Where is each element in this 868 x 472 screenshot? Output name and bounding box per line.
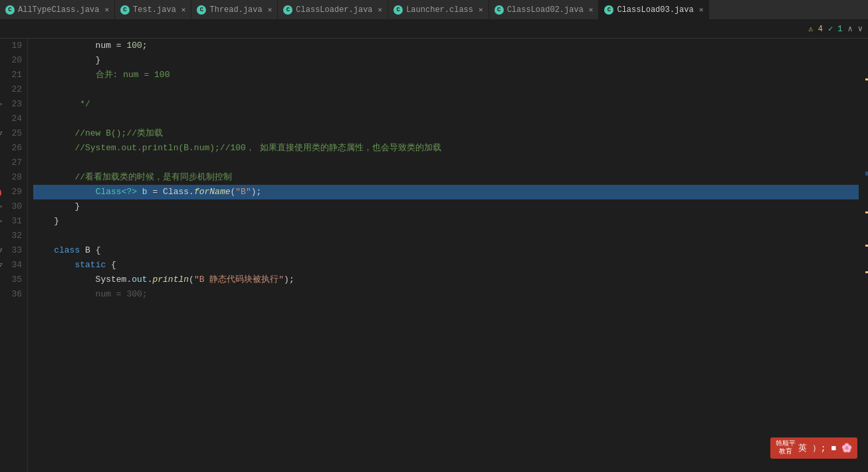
- code-line-29: Class<?> b = Class.forName("B");: [33, 185, 859, 199]
- watermark-badge: 韩顺平 教育 英 ）; ■ 🌸: [770, 437, 857, 459]
- tab-label-thread: Thread.java: [209, 5, 262, 15]
- tab-close-launcher[interactable]: ✕: [479, 5, 483, 14]
- tab-icon-test: C: [120, 5, 130, 15]
- gutter-line-27: 27: [5, 156, 22, 170]
- code-line-21: 合并: num = 100: [33, 68, 859, 82]
- code-line-22: [33, 82, 859, 97]
- scrollbar-track[interactable]: [859, 39, 868, 472]
- tab-thread[interactable]: C Thread.java ✕: [191, 0, 278, 20]
- tab-classload03[interactable]: C ClassLoad03.java ✕: [599, 0, 709, 20]
- tab-label-classloader: ClassLoader.java: [296, 5, 372, 15]
- code-line-33: class B {: [33, 243, 859, 258]
- watermark-text: 韩顺平 教育: [776, 440, 796, 456]
- tab-launcher[interactable]: C Launcher.class ✕: [388, 0, 488, 20]
- tab-close-thread[interactable]: ✕: [268, 5, 272, 14]
- tab-label-test: Test.java: [133, 5, 176, 15]
- code-line-35: System.out.println("B 静态代码块被执行");: [33, 273, 859, 287]
- tab-classload02[interactable]: C ClassLoad02.java ✕: [489, 0, 599, 20]
- toolbar: ⚠ 4 ✓ 1 ∧ ∨: [0, 20, 868, 39]
- tab-label-launcher: Launcher.class: [406, 5, 473, 15]
- tab-close-classloader[interactable]: ✕: [378, 5, 383, 14]
- gutter-line-21: 21: [5, 68, 22, 82]
- tab-close-test[interactable]: ✕: [181, 5, 186, 14]
- watermark-name: 韩顺平: [776, 440, 796, 448]
- scrollbar-marker-warning3: [865, 245, 868, 247]
- code-lines: num = 100; } 合并: num = 100 */: [28, 39, 859, 302]
- nav-up-button[interactable]: ∧: [848, 24, 853, 34]
- scrollbar-marker-warning2: [865, 211, 868, 213]
- code-line-27: [33, 156, 859, 170]
- scrollbar-marker-current: [865, 172, 868, 176]
- gutter-line-20: 20: [5, 53, 22, 68]
- tab-label-alltypeclass: AllTypeClass.java: [18, 5, 99, 15]
- gutter-line-25: ▽ 25: [5, 126, 22, 141]
- scrollbar-marker-warning4: [865, 271, 868, 273]
- gutter-line-19: 19: [5, 39, 22, 53]
- code-line-26: //System.out.println(B.num);//100， 如果直接使…: [33, 141, 859, 156]
- editor-container: 19 20 21 22 ▷ 23 24 ▽ 25 26 27 28 🍎 29 ▷…: [0, 39, 868, 472]
- tab-close-alltypeclass[interactable]: ✕: [104, 5, 109, 14]
- tab-test[interactable]: C Test.java ✕: [115, 0, 191, 20]
- warning-badge[interactable]: ⚠ 4: [808, 24, 823, 34]
- gutter-line-22: 22: [5, 82, 22, 97]
- code-line-34: static {: [33, 258, 859, 273]
- tab-bar: C AllTypeClass.java ✕ C Test.java ✕ C Th…: [0, 0, 868, 20]
- gutter-line-28: 28: [5, 170, 22, 185]
- code-line-25: //new B();//类加载: [33, 126, 859, 141]
- tab-icon-thread: C: [197, 5, 206, 15]
- nav-down-button[interactable]: ∨: [858, 24, 863, 34]
- scrollbar-marker-warning1: [865, 78, 868, 80]
- tab-icon-launcher: C: [393, 5, 403, 15]
- code-line-20: }: [33, 53, 859, 68]
- code-line-19: num = 100;: [33, 39, 859, 53]
- code-line-30: }: [33, 199, 859, 214]
- gutter-line-24: 24: [5, 112, 22, 126]
- tab-close-classload03[interactable]: ✕: [699, 5, 704, 14]
- tab-alltypeclass[interactable]: C AllTypeClass.java ✕: [0, 0, 115, 20]
- tab-label-classload03: ClassLoad03.java: [617, 5, 693, 15]
- code-line-28: //看看加载类的时候，是有同步机制控制: [33, 170, 859, 185]
- line-number-gutter: 19 20 21 22 ▷ 23 24 ▽ 25 26 27 28 🍎 29 ▷…: [0, 39, 28, 472]
- code-line-32: [33, 229, 859, 243]
- tab-close-classload02[interactable]: ✕: [589, 5, 594, 14]
- tab-label-classload02: ClassLoad02.java: [507, 5, 584, 15]
- tab-icon-classload02: C: [494, 5, 504, 15]
- watermark-label: 教育: [779, 448, 792, 456]
- code-line-31: }: [33, 214, 859, 229]
- tab-classloader[interactable]: C ClassLoader.java ✕: [278, 0, 388, 20]
- watermark-suffix: 英 ）; ■ 🌸: [798, 442, 852, 454]
- code-line-24: [33, 112, 859, 126]
- check-badge[interactable]: ✓ 1: [828, 24, 843, 34]
- gutter-line-30: ▷ 30: [5, 199, 22, 214]
- gutter-line-35: 35: [5, 273, 22, 287]
- code-area[interactable]: num = 100; } 合并: num = 100 */: [28, 39, 859, 472]
- gutter-line-32: 32: [5, 229, 22, 243]
- gutter-line-31: ▷ 31: [5, 214, 22, 229]
- tab-icon-classloader: C: [283, 5, 292, 15]
- gutter-line-26: 26: [5, 141, 22, 156]
- gutter-line-36: 36: [5, 287, 22, 302]
- tab-icon-alltypeclass: C: [5, 5, 15, 15]
- gutter-line-34: ▽ 34: [5, 258, 22, 273]
- gutter-line-29: 🍎 29: [5, 185, 22, 199]
- gutter-line-23: ▷ 23: [5, 97, 22, 112]
- code-line-36: num = 300;: [33, 287, 859, 302]
- tab-icon-classload03: C: [604, 5, 613, 15]
- code-line-23: */: [33, 97, 859, 112]
- gutter-line-33: ▽ 33: [5, 243, 22, 258]
